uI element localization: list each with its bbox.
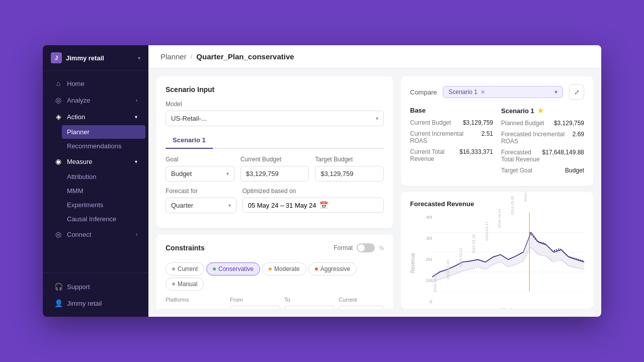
sidebar-label-measure: Measure <box>67 158 93 165</box>
target-budget-input[interactable] <box>315 166 384 182</box>
scenario-row-0: Planned Budget $3,129,759 <box>501 120 584 127</box>
sidebar-item-user[interactable]: 👤 Jimmy retail <box>46 295 145 311</box>
constraint-tabs: Current Conservative Moderate Aggre <box>166 262 384 291</box>
chart-plot-area: 2023-11-26 2023-12-24 2024-01-21 2024-02… <box>432 213 584 309</box>
forecast-chevron: ▾ <box>228 203 231 208</box>
sidebar-item-mmm[interactable]: MMM <box>62 184 145 198</box>
manual-dot <box>172 283 175 286</box>
connect-chevron-icon: › <box>136 232 137 237</box>
action-submenu: Planner Recommendations <box>43 125 148 153</box>
col-to: To <box>284 297 335 303</box>
measure-submenu: Attribution MMM Experiments Causal Infer… <box>43 170 148 226</box>
chart-card: Forecasted Revenue Revenue 4M 3M 2M 1M 0 <box>401 192 593 309</box>
conservative-dot <box>213 267 216 270</box>
sidebar-item-action[interactable]: ◈ Action ▾ <box>46 109 145 125</box>
home-icon: ⌂ <box>54 79 63 87</box>
sidebar-item-measure[interactable]: ◉ Measure ▾ <box>46 153 145 169</box>
topbar: Planner / Quarter_Plan_conservative <box>148 45 601 68</box>
table-header-row: Platforms From To Current <box>166 297 384 303</box>
constraint-tab-conservative[interactable]: Conservative <box>206 262 260 276</box>
recommendations-label: Recommendations <box>67 142 121 150</box>
main-content: Planner / Quarter_Plan_conservative Scen… <box>148 45 601 317</box>
topbar-separator: / <box>191 53 193 60</box>
scenario-column: Scenario 1 ★ Planned Budget $3,129,759 F… <box>501 107 584 178</box>
date-range-input[interactable]: 05 May 24 – 31 May 24 📅 <box>243 198 384 213</box>
scenario-input-card: Scenario Input Model US-Retail-... ▾ Sce… <box>156 76 393 228</box>
sidebar-item-home[interactable]: ⌂ Home <box>46 75 145 92</box>
sidebar-label-action: Action <box>67 113 85 121</box>
sidebar-item-connect[interactable]: ◎ Connect › <box>46 226 145 242</box>
constraint-tab-moderate[interactable]: Moderate <box>262 262 306 276</box>
col-from: From <box>230 297 280 303</box>
brand-name: Jimmy retail <box>66 54 134 62</box>
comparison-grid: Base Current Budget $3,129,759 Current I… <box>410 107 584 178</box>
base-row-2: Current Total Revenue $16,333,371 <box>410 148 493 162</box>
scenario-row-1: Forecasted Incremental ROAS 2.69 <box>501 131 584 145</box>
scenario-row-3: Target Goal Budget <box>501 167 584 174</box>
sidebar-item-planner[interactable]: Planner <box>62 125 145 139</box>
scenario-tab-1[interactable]: Scenario 1 <box>166 132 213 149</box>
format-row: Format % <box>334 243 384 252</box>
topbar-planner[interactable]: Planner <box>160 52 187 61</box>
table-row: Google BOF <box>166 306 384 309</box>
forecast-for-label: Forecast for <box>166 188 236 195</box>
base-title: Base <box>410 107 493 114</box>
aggressive-dot <box>315 267 318 270</box>
scenario-tag-close[interactable]: ✕ <box>480 89 485 96</box>
goal-chevron: ▾ <box>226 171 229 176</box>
weeks-label: Weeks <box>432 308 584 309</box>
constraint-tab-current[interactable]: Current <box>166 262 204 276</box>
base-row-0: Current Budget $3,129,759 <box>410 119 493 126</box>
date-range-text: 05 May 24 – 31 May 24 <box>248 202 316 209</box>
sidebar: J Jimmy retail ▾ ⌂ Home ◎ Analyze › ◈ Ac… <box>43 45 148 317</box>
sidebar-nav: ⌂ Home ◎ Analyze › ◈ Action ▾ Planner Re… <box>43 71 148 273</box>
sidebar-item-analyze[interactable]: ◎ Analyze › <box>46 92 145 108</box>
user-icon: 👤 <box>54 299 63 307</box>
right-panel: Compare Scenario 1 ✕ ▾ ⤢ Base <box>401 76 593 309</box>
col-platforms: Platforms <box>166 297 226 303</box>
brand-logo: J <box>51 52 62 63</box>
current-budget-input[interactable] <box>240 166 309 182</box>
toggle-knob <box>358 244 365 251</box>
to-input-0[interactable] <box>284 306 335 309</box>
sidebar-item-causal[interactable]: Causal Inference <box>62 212 145 226</box>
forecast-row: Forecast for Quarter ▾ Optimized based o… <box>166 188 384 213</box>
star-icon: ★ <box>537 107 544 115</box>
goal-select[interactable]: Budget ▾ <box>166 166 234 182</box>
expand-button[interactable]: ⤢ <box>569 84 584 100</box>
constraint-tab-manual[interactable]: Manual <box>166 278 204 291</box>
support-icon: 🎧 <box>54 283 63 291</box>
constraint-tab-aggressive[interactable]: Aggressive <box>308 262 357 276</box>
model-select[interactable]: US-Retail-... ▾ <box>166 111 384 126</box>
compare-header: Compare Scenario 1 ✕ ▾ ⤢ <box>410 84 584 100</box>
planner-label: Planner <box>67 128 90 136</box>
calendar-icon[interactable]: 📅 <box>319 201 328 209</box>
y-axis-label: Revenue <box>410 213 418 309</box>
format-toggle[interactable] <box>357 243 375 252</box>
forecast-select[interactable]: Quarter ▾ <box>166 198 236 213</box>
target-budget-label: Target Budget <box>315 156 384 163</box>
sidebar-item-recommendations[interactable]: Recommendations <box>62 139 145 153</box>
scenario-row-2: Forecasted Total Revenue $17,648,149.88 <box>501 149 584 163</box>
brand-chevron-icon: ▾ <box>138 55 140 61</box>
y-axis: 4M 3M 2M 1M 0 <box>418 213 432 309</box>
sidebar-item-experiments[interactable]: Experiments <box>62 198 145 212</box>
content-area: Scenario Input Model US-Retail-... ▾ Sce… <box>148 68 601 317</box>
left-panel: Scenario Input Model US-Retail-... ▾ Sce… <box>156 76 393 309</box>
app-window: J Jimmy retail ▾ ⌂ Home ◎ Analyze › ◈ Ac… <box>43 45 601 317</box>
brand-area[interactable]: J Jimmy retail ▾ <box>43 45 148 71</box>
scenario-col-title: Scenario 1 ★ <box>501 107 584 115</box>
sidebar-item-support[interactable]: 🎧 Support <box>46 279 145 295</box>
sidebar-label-home: Home <box>67 80 85 87</box>
scenario-input-title: Scenario Input <box>166 85 384 94</box>
support-label: Support <box>67 283 90 291</box>
from-input-0[interactable] <box>230 306 280 309</box>
sidebar-label-analyze: Analyze <box>67 97 90 104</box>
target-budget-group: Target Budget <box>315 156 384 182</box>
scenario-tag: Scenario 1 ✕ ▾ <box>443 86 563 98</box>
optimized-label: Optimized based on <box>243 188 384 195</box>
model-select-chevron: ▾ <box>376 116 378 121</box>
sidebar-item-attribution[interactable]: Attribution <box>62 170 145 184</box>
topbar-plan-name: Quarter_Plan_conservative <box>196 52 294 61</box>
current-input-0[interactable] <box>339 306 384 309</box>
